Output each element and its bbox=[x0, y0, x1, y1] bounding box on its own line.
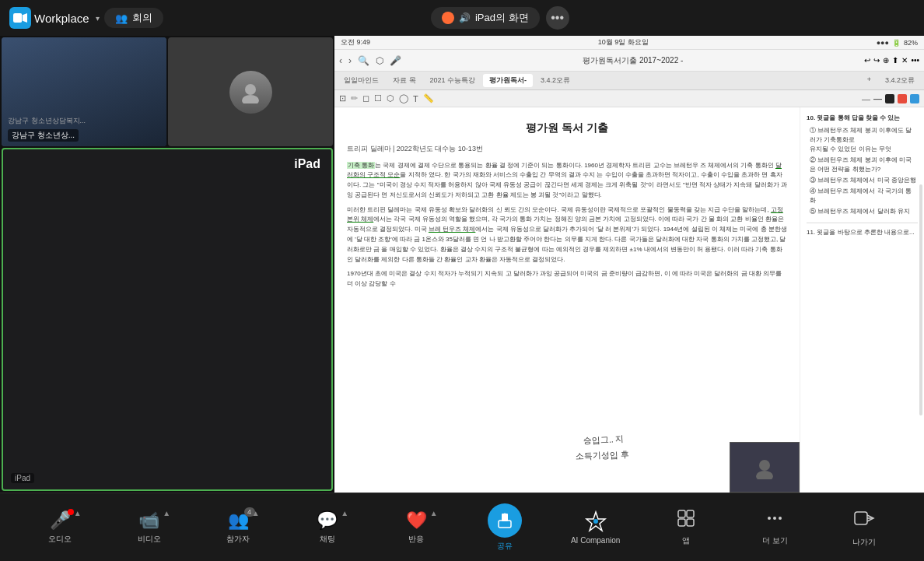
toolbar-share[interactable]: 공유 bbox=[481, 503, 528, 552]
svg-point-16 bbox=[768, 517, 771, 520]
pen-tool-icon[interactable]: ✏ bbox=[351, 93, 358, 103]
tab-daily[interactable]: 일일마인드 bbox=[338, 74, 385, 87]
toolbar-reactions[interactable]: ❤️ ▲ 반응 bbox=[393, 510, 439, 545]
doc-paragraph-1: 기축 통화는 국제 경제에 결제 수단으로 통용되는 환율 결 정에 기준이 되… bbox=[347, 161, 787, 201]
minus2-icon[interactable]: — bbox=[873, 94, 882, 103]
meeting-button[interactable]: 👥 회의 bbox=[104, 8, 163, 28]
more-options-button[interactable]: ••• bbox=[546, 6, 569, 30]
doc-name: 평가원독서기출 2017~2022 - bbox=[408, 55, 858, 66]
main-content: 강남구 청소년상... 강남구 청소년상담복지... iPad iPad bbox=[0, 36, 924, 493]
choice-4: ④ 브레턴우즈 체제에서 각 국가의 통화 bbox=[807, 187, 918, 205]
ipad-toolbar: ‹ › 🔍 ⬡ 🎤 평가원독서기출 2017~2022 - ↩ ↪ ⊕ ⬆ ✕ … bbox=[334, 50, 924, 72]
video-label: 비디오 bbox=[138, 534, 161, 545]
scrollbar[interactable] bbox=[919, 184, 922, 415]
svg-marker-1 bbox=[23, 13, 27, 23]
choice-3: ③ 브레턴우즈 체제에서 미국 중앙은행 bbox=[807, 176, 918, 185]
tab-2021[interactable]: 2021 수능특강 bbox=[424, 74, 482, 87]
tab-evaluation[interactable]: 평가원독서- bbox=[483, 74, 533, 87]
reactions-icon: ❤️ bbox=[406, 510, 427, 530]
tab-controls: + 3.4.2오류 bbox=[861, 74, 921, 87]
toolbar-chat[interactable]: 💬 ▲ 채팅 bbox=[304, 510, 351, 545]
highlighter-icon[interactable]: ☐ bbox=[374, 93, 382, 103]
lasso-icon[interactable]: ⬡ bbox=[376, 55, 383, 66]
text-tool-icon[interactable]: T bbox=[413, 94, 418, 103]
handwriting-1: 승입그.. 지 bbox=[583, 432, 625, 447]
leave-icon bbox=[853, 507, 875, 534]
battery-pct: 82% bbox=[904, 39, 918, 47]
doc-paragraph-3: 1970년대 초에 미국은 결상 수지 적자가 누적되기 지속되 고 달러화가 … bbox=[347, 269, 787, 289]
more-icon bbox=[765, 509, 784, 532]
ipad-status-right: ●●● 🔋 82% bbox=[877, 39, 918, 47]
workplace-label: Workplace bbox=[34, 12, 89, 25]
svg-point-2 bbox=[445, 15, 451, 21]
color-black[interactable] bbox=[885, 94, 894, 103]
video-icon: 📹 bbox=[138, 510, 159, 530]
mic-icon[interactable]: 🎤 bbox=[390, 55, 401, 66]
choice-1: ① 브레턴우즈 체제 붕괴 이후에도 달러가 기축통화로유지될 수 있었던 이유… bbox=[807, 126, 918, 154]
doc-title: 평가원 독서 기출 bbox=[347, 120, 787, 136]
lasso-draw-icon[interactable]: ⬡ bbox=[387, 93, 394, 103]
eraser-tool-icon[interactable]: ◻ bbox=[362, 93, 369, 103]
ai-companion-label: AI Companion bbox=[571, 536, 620, 545]
shape-icon[interactable]: ◯ bbox=[399, 93, 408, 103]
pip-video bbox=[730, 442, 800, 493]
svg-rect-0 bbox=[13, 13, 22, 23]
ruler-icon[interactable]: 📏 bbox=[423, 93, 434, 103]
svg-rect-13 bbox=[687, 510, 694, 517]
svg-point-5 bbox=[759, 460, 770, 471]
reactions-chevron-icon: ▲ bbox=[430, 509, 438, 517]
choice-2: ② 브레턴우즈 체제 붕괴 이후에 미국은 어떤 전략을 취했는가? bbox=[807, 156, 918, 174]
toolbar-video[interactable]: 📹 ▲ 비디오 bbox=[126, 510, 173, 545]
close-icon[interactable]: ✕ bbox=[901, 56, 908, 65]
toolbar-apps[interactable]: 앱 bbox=[663, 509, 709, 546]
left-sidebar: 강남구 청소년상... 강남구 청소년상담복지... iPad iPad bbox=[0, 36, 334, 493]
add-icon[interactable]: ⊕ bbox=[883, 56, 889, 65]
participant-video-1: 강남구 청소년상... 강남구 청소년상담복지... bbox=[2, 37, 166, 146]
svg-rect-19 bbox=[855, 512, 867, 524]
ipad-time: 오전 9:49 bbox=[341, 37, 370, 47]
ipad-date: 10월 9일 화요일 bbox=[598, 37, 649, 47]
zoom-logo: Workplace bbox=[9, 7, 89, 29]
question-11-num: 11. 윗글을 바탕으로 추론한 내용으로... bbox=[807, 223, 918, 237]
minus-icon[interactable]: — bbox=[862, 94, 870, 103]
search-icon[interactable]: 🔍 bbox=[358, 55, 369, 66]
color-blue[interactable] bbox=[910, 94, 919, 103]
more-label: 더 보기 bbox=[762, 535, 788, 546]
svg-rect-12 bbox=[678, 510, 685, 517]
tab-materials[interactable]: 자료 목 bbox=[387, 74, 422, 87]
svg-rect-9 bbox=[499, 521, 511, 528]
participants-icon-wrapper: 👥 4 ▲ bbox=[228, 510, 249, 531]
tab-settings[interactable]: 3.4.2오류 bbox=[879, 74, 921, 87]
underline-3: 브레 턴우즈 체제 bbox=[429, 226, 475, 233]
toolbar-leave[interactable]: 나가기 bbox=[841, 507, 887, 548]
choice-5: ⑤ 브레턴우즈 체제에서 달러화 유지 bbox=[807, 207, 918, 216]
tab-error[interactable]: 3.4.2오류 bbox=[534, 74, 576, 87]
ipad-document-content: 평가원 독서 기출 트리피 딜레마 | 2022학년도 대수능 10-13번 기… bbox=[334, 107, 924, 493]
tab-add[interactable]: + bbox=[861, 74, 877, 87]
leave-label: 나가기 bbox=[852, 537, 876, 548]
share-label-bottom: 공유 bbox=[497, 541, 513, 552]
redo-icon[interactable]: ↪ bbox=[873, 56, 880, 65]
doc-subtitle: 트리피 딜레마 | 2022학년도 대수능 10-13번 bbox=[347, 144, 787, 155]
color-red[interactable] bbox=[898, 94, 907, 103]
underline-1: 달러화의 구조적 모순 bbox=[347, 162, 782, 179]
back-icon[interactable]: ‹ bbox=[339, 55, 342, 66]
participants-label: 참가자 bbox=[226, 534, 250, 545]
audio-icon-wrapper: 🎤 ▲ bbox=[50, 510, 71, 531]
forward-icon[interactable]: › bbox=[348, 55, 352, 66]
undo-icon[interactable]: ↩ bbox=[864, 56, 870, 65]
select-tool-icon[interactable]: ⊡ bbox=[339, 93, 346, 103]
participants-chevron-icon: ▲ bbox=[252, 509, 260, 517]
ellipsis-icon[interactable]: ••• bbox=[911, 56, 919, 65]
share-doc-icon[interactable]: ⬆ bbox=[892, 56, 898, 65]
document-page: 평가원 독서 기출 트리피 딜레마 | 2022학년도 대수능 10-13번 기… bbox=[334, 107, 800, 493]
screen-share-content: 오전 9:49 10월 9일 화요일 ●●● 🔋 82% ‹ › 🔍 ⬡ 🎤 평… bbox=[334, 36, 924, 493]
svg-point-3 bbox=[245, 84, 256, 95]
toolbar-ai-companion[interactable]: AI Companion bbox=[571, 510, 620, 545]
toolbar-more[interactable]: 더 보기 bbox=[751, 509, 798, 546]
toolbar-audio[interactable]: 🎤 ▲ 오디오 bbox=[37, 510, 83, 545]
svg-point-4 bbox=[242, 95, 259, 103]
dropdown-arrow-icon[interactable]: ▾ bbox=[96, 14, 100, 23]
toolbar-participants[interactable]: 👥 4 ▲ 참가자 bbox=[215, 510, 261, 545]
reactions-label: 반응 bbox=[408, 534, 424, 545]
